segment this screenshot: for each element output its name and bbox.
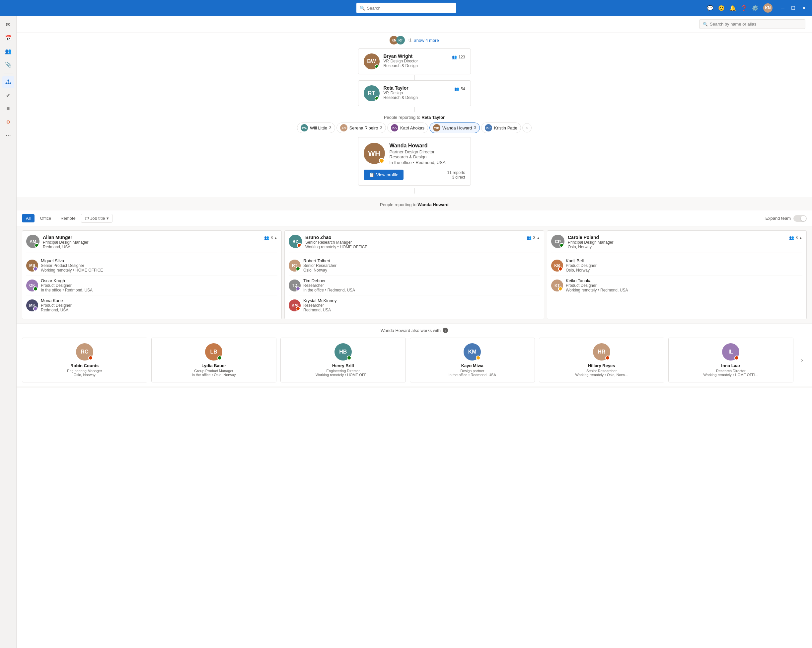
sidebar-item-more-1[interactable]: ≡ xyxy=(2,102,14,115)
sidebar-item-org-chart[interactable] xyxy=(2,76,14,88)
sidebar-item-office[interactable]: O xyxy=(2,116,14,128)
name-search-box[interactable]: 🔍 xyxy=(699,19,805,29)
status-keiko xyxy=(558,286,563,291)
tab-serena-ribeiro[interactable]: SR Serena Ribeiro 3 xyxy=(336,122,386,133)
reports-icon: 👥 xyxy=(264,235,269,240)
job-title-filter[interactable]: 🏷 Job title ▾ xyxy=(81,214,113,223)
team-member-header-carole[interactable]: CP Carole Poland Principal Design Manage… xyxy=(551,235,802,253)
sidebar-item-mail[interactable]: ✉ xyxy=(2,18,14,31)
titlebar: 🔍 💬 😊 🔔 ❓ ⚙️ KN ─ ☐ ✕ xyxy=(0,0,812,16)
inna-location: Working remotely • HOME OFFI... xyxy=(673,373,789,377)
mona-title: Product Designer xyxy=(41,303,72,308)
team-member-header-allan[interactable]: AM Allan Munger Principal Design Manager… xyxy=(26,235,278,253)
kadji-location: Oslo, Norway xyxy=(566,268,597,272)
report-mona[interactable]: MK Mona Kane Product Designer Redmond, U… xyxy=(26,295,278,315)
filter-tab-all[interactable]: All xyxy=(22,214,35,222)
user-avatar[interactable]: KN xyxy=(763,3,772,12)
titlebar-search-box[interactable]: 🔍 xyxy=(356,3,456,13)
tab-avatar-serena: SR xyxy=(340,124,347,131)
coworker-kayo[interactable]: KM Kayo Miwa Design partner In the offic… xyxy=(410,338,535,382)
report-keiko[interactable]: KT Keiko Tanaka Product Designer Working… xyxy=(551,275,802,295)
close-button[interactable]: ✕ xyxy=(800,5,808,11)
report-miguel[interactable]: MS Miguel Silva Senior Product Designer … xyxy=(26,255,278,275)
minimize-button[interactable]: ─ xyxy=(779,5,786,11)
wanda-card-footer: 📋 View profile 11 reports 3 direct xyxy=(364,170,465,180)
person-title-reta: VP, Design xyxy=(384,91,451,95)
chat-icon[interactable]: 💬 xyxy=(707,5,713,11)
stacked-avatar-2: RT xyxy=(396,36,405,44)
oscar-name: Oscar Krogh xyxy=(41,278,93,283)
filter-tab-office[interactable]: Office xyxy=(36,214,55,222)
mona-location: Redmond, USA xyxy=(41,308,72,312)
keiko-location: Working remotely • Redmond, USA xyxy=(566,288,628,292)
tab-kristin-patte[interactable]: KP Kristin Patte xyxy=(481,122,521,133)
main-layout: ✉ 📅 👥 📎 ✔ ≡ O ⋯ 🔍 xyxy=(0,16,812,648)
coworker-robin[interactable]: RC Robin Counts Engineering Manager Oslo… xyxy=(22,338,147,382)
person-card-reta[interactable]: RT Reta Taylor VP, Design Research & Des… xyxy=(358,80,471,106)
name-search-input[interactable] xyxy=(710,21,802,26)
report-kadji[interactable]: KB Kadji Bell Product Designer Oslo, Nor… xyxy=(551,255,802,275)
wanda-total-reports: 11 reports xyxy=(447,170,465,175)
team-member-header-bruno[interactable]: BZ Bruno Zhao Senior Research Manager Wo… xyxy=(289,235,540,253)
coworker-lydia[interactable]: LB Lydia Bauer Group Product Manager In … xyxy=(151,338,277,382)
robert-name: Robert Tolbert xyxy=(303,258,336,263)
sidebar-item-ellipsis[interactable]: ⋯ xyxy=(2,129,14,141)
krystal-location: Redmond, USA xyxy=(303,308,336,312)
expand-icon-b: ▲ xyxy=(537,236,540,240)
tab-name-wanda: Wanda Howard xyxy=(442,125,472,130)
allan-info: Allan Munger Principal Design Manager Re… xyxy=(43,235,88,249)
oscar-location: In the office • Redmond, USA xyxy=(41,288,93,292)
job-title-label: Job title xyxy=(90,216,105,221)
titlebar-search-icon: 🔍 xyxy=(360,6,365,11)
report-oscar[interactable]: OK Oscar Krogh Product Designer In the o… xyxy=(26,275,278,295)
sidebar-item-tasks[interactable]: ✔ xyxy=(2,89,14,101)
content-area: 🔍 KN RT +1 Show 4 more BW xyxy=(17,16,812,648)
view-profile-button[interactable]: 📋 View profile xyxy=(364,170,404,180)
report-robert[interactable]: RT Robert Tolbert Senior Researcher Oslo… xyxy=(289,255,540,275)
person-card-bryan[interactable]: BW Bryan Wright VP, Design Director Rese… xyxy=(358,49,471,74)
reaction-icon[interactable]: 😊 xyxy=(718,5,725,11)
reports-to-wanda-label: People reporting to Wanda Howard xyxy=(17,202,812,207)
coworker-henry[interactable]: HB Henry Brill Engineering Director Work… xyxy=(281,338,406,382)
tab-wanda-howard[interactable]: WH Wanda Howard 3 xyxy=(429,122,480,133)
filter-tabs: All Office Remote 🏷 Job title ▾ xyxy=(22,214,113,223)
sidebar-item-calendar[interactable]: 📅 xyxy=(2,32,14,44)
svg-point-2 xyxy=(7,83,9,84)
help-icon[interactable]: ❓ xyxy=(741,5,747,11)
bruno-reports-count: 3 xyxy=(533,235,535,240)
sidebar-item-files[interactable]: 📎 xyxy=(2,58,14,70)
coworker-next-button[interactable]: › xyxy=(797,338,807,382)
info-icon[interactable]: i xyxy=(443,328,448,333)
show-more-row: KN RT +1 Show 4 more xyxy=(389,36,439,44)
show-4-more-link[interactable]: Show 4 more xyxy=(414,38,439,43)
carole-location: Oslo, Norway xyxy=(568,245,613,249)
kadji-name: Kadji Bell xyxy=(566,258,597,263)
hillary-location: Working remotely • Oslo, Norw... xyxy=(543,373,660,377)
avatar-lydia: LB xyxy=(205,343,222,361)
hillary-name: Hillary Reyes xyxy=(543,363,660,368)
wanda-dept: Research & Design xyxy=(389,154,446,159)
view-profile-label: View profile xyxy=(376,172,398,177)
avatar-robert: RT xyxy=(289,260,301,272)
tab-katri-ahokas[interactable]: KA Katri Ahokas xyxy=(387,122,428,133)
carole-name: Carole Poland xyxy=(568,235,613,240)
sidebar-item-people[interactable]: 👥 xyxy=(2,45,14,57)
maximize-button[interactable]: ☐ xyxy=(789,5,797,11)
report-tim[interactable]: TD Tim Deboer Researcher In the office •… xyxy=(289,275,540,295)
tab-will-little[interactable]: WL Will Little 3 xyxy=(297,122,335,133)
coworker-hillary[interactable]: HR Hillary Reyes Senior Researcher Worki… xyxy=(539,338,664,382)
report-krystal[interactable]: KM Krystal McKinney Researcher Redmond, … xyxy=(289,295,540,315)
job-title-icon: 🏷 xyxy=(85,216,89,221)
lydia-title: Group Product Manager xyxy=(156,369,272,373)
expand-team-toggle[interactable] xyxy=(794,215,807,222)
notification-icon[interactable]: 🔔 xyxy=(730,5,736,11)
keiko-title: Product Designer xyxy=(566,283,628,288)
settings-icon[interactable]: ⚙️ xyxy=(752,5,759,11)
person-reports-bryan: 👥 123 xyxy=(452,55,465,60)
filter-tab-remote[interactable]: Remote xyxy=(56,214,79,222)
tab-more-button[interactable]: › xyxy=(522,123,531,133)
titlebar-search-input[interactable] xyxy=(367,6,453,11)
coworker-inna[interactable]: IL Inna Laar Research Director Working r… xyxy=(668,338,794,382)
robin-name: Robin Counts xyxy=(26,363,143,368)
oscar-info: Oscar Krogh Product Designer In the offi… xyxy=(41,278,93,292)
